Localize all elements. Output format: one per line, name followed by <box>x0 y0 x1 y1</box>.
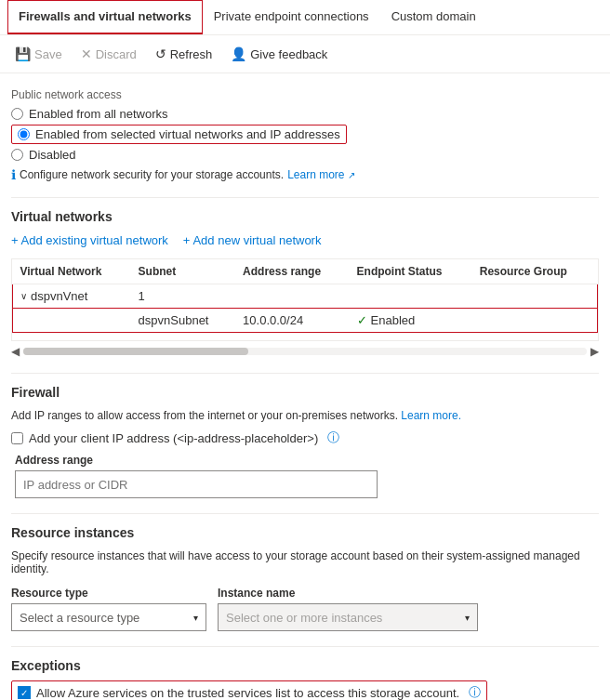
discard-button[interactable]: ✕ Discard <box>73 43 144 65</box>
col-resource-group: Resource Group <box>472 259 598 284</box>
plus-icon-new: + <box>183 233 191 247</box>
toolbar: 💾 Save ✕ Discard ↺ Refresh 👤 Give feedba… <box>0 35 610 73</box>
refresh-button[interactable]: ↺ Refresh <box>148 43 220 65</box>
address-range-input[interactable] <box>15 470 378 498</box>
check-icon: ✓ <box>357 313 367 327</box>
scroll-right-icon[interactable]: ▶ <box>590 345 599 358</box>
virtual-networks-table: Virtual Network Subnet Address range End… <box>12 259 598 333</box>
plus-icon-existing: + <box>11 233 19 247</box>
feedback-button[interactable]: 👤 Give feedback <box>223 43 335 65</box>
col-subnet: Subnet <box>131 259 236 284</box>
firewall-title: Firewall <box>11 385 599 400</box>
radio-selected-networks[interactable]: Enabled from selected virtual networks a… <box>11 125 599 144</box>
chevron-down-icon: ▾ <box>193 613 198 623</box>
firewall-section: Firewall Add IP ranges to allow access f… <box>11 385 599 498</box>
main-content: Public network access Enabled from all n… <box>0 73 610 700</box>
tab-custom-domain[interactable]: Custom domain <box>380 0 487 34</box>
public-network-label: Public network access <box>11 88 599 101</box>
learn-more-link[interactable]: Learn more ↗ <box>287 168 355 181</box>
checkbox-checked-icon: ✓ <box>18 686 31 699</box>
divider-4 <box>11 646 599 647</box>
client-ip-checkbox[interactable]: Add your client IP address (<ip-address-… <box>11 429 599 446</box>
discard-icon: ✕ <box>81 46 92 61</box>
exception-label-1: Allow Azure services on the trusted serv… <box>36 686 459 700</box>
resource-row: Resource type Select a resource type ▾ I… <box>11 587 599 631</box>
scroll-container: ◀ ▶ <box>11 345 599 358</box>
scroll-thumb <box>23 348 248 355</box>
info-text: ℹ Configure network security for your st… <box>11 167 599 182</box>
radio-group: Enabled from all networks Enabled from s… <box>11 107 599 162</box>
info-icon: ℹ <box>11 167 16 182</box>
col-virtual-network: Virtual Network <box>13 259 131 284</box>
resource-type-col: Resource type Select a resource type ▾ <box>11 587 206 631</box>
resource-type-select[interactable]: Select a resource type ▾ <box>11 603 206 631</box>
address-range-label: Address range <box>15 454 599 467</box>
instance-name-select[interactable]: Select one or more instances ▾ <box>218 603 478 631</box>
scroll-left-icon[interactable]: ◀ <box>11 345 20 358</box>
add-existing-link[interactable]: + Add existing virtual network <box>11 233 168 247</box>
radio-disabled[interactable]: Disabled <box>11 148 599 162</box>
virtual-networks-section: Virtual networks + Add existing virtual … <box>11 209 599 358</box>
scroll-track[interactable] <box>23 348 587 355</box>
divider-3 <box>11 513 599 514</box>
virtual-networks-table-container: Virtual Network Subnet Address range End… <box>11 258 599 341</box>
info-icon-exception: ⓘ <box>469 684 481 700</box>
info-circle-icon: ⓘ <box>327 429 339 446</box>
resource-type-label: Resource type <box>11 587 206 600</box>
table-row-parent[interactable]: ∨ dspvnVnet 1 <box>13 284 598 309</box>
exceptions-section: Exceptions ✓ Allow Azure services on the… <box>11 658 599 700</box>
chevron-icon: ∨ <box>20 291 27 301</box>
save-icon: 💾 <box>15 46 31 61</box>
virtual-networks-title: Virtual networks <box>11 209 599 224</box>
chevron-down-icon-2: ▾ <box>465 613 470 623</box>
tab-private-endpoints[interactable]: Private endpoint connections <box>203 0 380 34</box>
resource-instances-desc: Specify resource instances that will hav… <box>11 549 599 575</box>
firewall-learn-more[interactable]: Learn more. <box>401 409 461 422</box>
feedback-icon: 👤 <box>231 46 246 61</box>
exceptions-title: Exceptions <box>11 658 599 673</box>
save-button[interactable]: 💾 Save <box>7 43 70 65</box>
table-row-child[interactable]: dspvnSubnet 10.0.0.0/24 ✓ Enabled <box>13 309 598 333</box>
public-network-section: Public network access Enabled from all n… <box>11 88 599 182</box>
external-link-icon: ↗ <box>348 170 355 180</box>
add-links: + Add existing virtual network + Add new… <box>11 233 599 247</box>
divider-2 <box>11 373 599 374</box>
refresh-icon: ↺ <box>155 46 166 61</box>
radio-all-networks[interactable]: Enabled from all networks <box>11 107 599 121</box>
firewall-description: Add IP ranges to allow access from the i… <box>11 409 599 422</box>
instance-name-label: Instance name <box>218 587 478 600</box>
tab-bar: Firewalls and virtual networks Private e… <box>0 0 610 35</box>
instance-name-col: Instance name Select one or more instanc… <box>218 587 478 631</box>
exception-item-1[interactable]: ✓ Allow Azure services on the trusted se… <box>11 680 487 700</box>
address-range-field: Address range <box>15 454 599 498</box>
resource-instances-title: Resource instances <box>11 525 599 540</box>
tab-firewalls[interactable]: Firewalls and virtual networks <box>7 0 203 34</box>
col-endpoint-status: Endpoint Status <box>350 259 472 284</box>
add-new-link[interactable]: + Add new virtual network <box>183 233 322 247</box>
col-address-range: Address range <box>235 259 349 284</box>
resource-instances-section: Resource instances Specify resource inst… <box>11 525 599 631</box>
divider-1 <box>11 197 599 198</box>
